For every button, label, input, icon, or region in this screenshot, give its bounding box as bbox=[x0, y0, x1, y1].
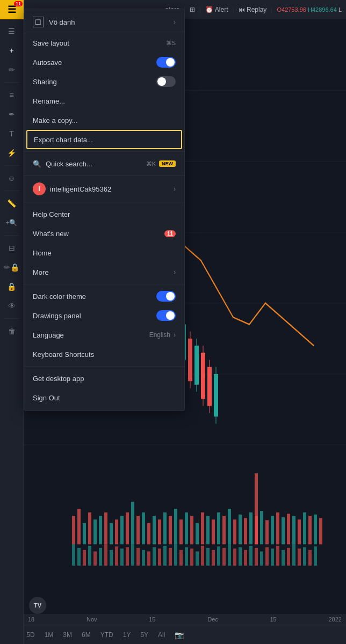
make-copy-item[interactable]: Make a copy... bbox=[24, 111, 184, 130]
help-center-item[interactable]: Help Center bbox=[24, 204, 184, 224]
svg-rect-108 bbox=[115, 546, 118, 566]
svg-rect-72 bbox=[179, 519, 183, 544]
menu-sep-2 bbox=[24, 175, 184, 176]
autosave-item[interactable]: Autosave bbox=[24, 53, 184, 72]
svg-rect-60 bbox=[115, 519, 118, 544]
whats-new-right: 11 bbox=[164, 230, 176, 237]
sidebar-item-eye[interactable]: 👁 bbox=[3, 297, 20, 314]
sidebar-item-ruler[interactable]: 📏 bbox=[3, 195, 20, 212]
sidebar-item-draw[interactable]: ✏ bbox=[3, 61, 20, 78]
high-value: H42896.64 bbox=[308, 6, 337, 13]
whats-new-label: What's new bbox=[33, 230, 164, 238]
svg-rect-136 bbox=[265, 547, 269, 566]
sidebar-item-drawings[interactable]: ✏🔒 bbox=[3, 259, 20, 276]
svg-rect-85 bbox=[249, 513, 253, 544]
svg-rect-58 bbox=[104, 513, 107, 544]
user-item[interactable]: I intelligentCak95362 › bbox=[24, 178, 184, 200]
sidebar-item-pen[interactable]: ✒ bbox=[3, 106, 20, 123]
tf-1y[interactable]: 1Y bbox=[119, 629, 135, 641]
svg-rect-106 bbox=[104, 544, 107, 566]
sidebar-item-menu[interactable]: ☰ bbox=[3, 23, 20, 40]
tf-6m[interactable]: 6M bbox=[77, 629, 95, 641]
low-value: L bbox=[338, 6, 342, 13]
svg-rect-54 bbox=[83, 523, 86, 545]
svg-rect-131 bbox=[239, 547, 242, 566]
svg-rect-56 bbox=[93, 519, 97, 544]
language-item[interactable]: Language English › bbox=[24, 325, 184, 345]
svg-rect-92 bbox=[287, 514, 290, 544]
time-label-15b: 15 bbox=[270, 616, 277, 623]
svg-rect-69 bbox=[163, 513, 167, 544]
tf-ytd[interactable]: YTD bbox=[96, 629, 118, 641]
svg-rect-111 bbox=[131, 544, 134, 566]
svg-rect-61 bbox=[120, 516, 124, 544]
alert-label[interactable]: ⏰ Alert bbox=[205, 6, 228, 13]
sidebar-item-layout[interactable]: ⊟ bbox=[3, 239, 20, 257]
keyboard-shortcuts-item[interactable]: Keyboard Shortcuts bbox=[24, 345, 184, 364]
sidebar-item-lock[interactable]: 🔒 bbox=[3, 278, 20, 295]
svg-rect-94 bbox=[298, 519, 301, 544]
quick-search-item[interactable]: 🔍 Quick search... ⌘K NEW bbox=[24, 154, 184, 173]
grid-icon[interactable]: ⊞ bbox=[190, 6, 195, 13]
sidebar-item-trash[interactable]: 🗑 bbox=[3, 323, 20, 340]
autosave-toggle[interactable] bbox=[156, 57, 176, 68]
tf-all[interactable]: All bbox=[154, 629, 169, 641]
user-avatar: I bbox=[33, 182, 46, 195]
get-desktop-item[interactable]: Get desktop app bbox=[24, 369, 184, 388]
logo[interactable]: ☰ 11 bbox=[0, 0, 24, 19]
home-item[interactable]: Home bbox=[24, 243, 184, 262]
whats-new-item[interactable]: What's new 11 bbox=[24, 224, 184, 243]
dark-theme-item[interactable]: Dark color theme bbox=[24, 287, 184, 306]
sidebar-item-text[interactable]: T bbox=[3, 125, 20, 142]
save-layout-label: Save layout bbox=[33, 39, 166, 47]
drawings-panel-toggle[interactable] bbox=[156, 310, 176, 321]
sidebar-item-patterns[interactable]: ⚡ bbox=[3, 144, 20, 162]
menu-title[interactable]: ☐ Vô danh › bbox=[24, 12, 184, 33]
make-copy-label: Make a copy... bbox=[33, 116, 176, 125]
sidebar-item-zoom[interactable]: +🔍 bbox=[3, 214, 20, 231]
notification-badge: 11 bbox=[14, 1, 23, 6]
sharing-knob bbox=[157, 77, 166, 86]
svg-rect-59 bbox=[110, 523, 113, 545]
svg-rect-82 bbox=[233, 519, 236, 544]
open-value: O42753.96 bbox=[277, 6, 306, 13]
get-desktop-label: Get desktop app bbox=[33, 375, 176, 383]
more-item[interactable]: More › bbox=[24, 262, 184, 282]
sidebar-separator-2 bbox=[4, 165, 19, 166]
svg-rect-90 bbox=[276, 513, 279, 544]
save-layout-item[interactable]: Save layout ⌘S bbox=[24, 33, 184, 53]
svg-rect-103 bbox=[88, 546, 91, 566]
svg-rect-145 bbox=[314, 546, 317, 566]
sharing-label: Sharing bbox=[33, 78, 156, 86]
menu-sep-4 bbox=[24, 284, 184, 284]
svg-rect-91 bbox=[282, 517, 285, 544]
sidebar-item-crosshair[interactable]: + bbox=[3, 42, 20, 59]
svg-rect-73 bbox=[185, 513, 188, 544]
time-label-nov: Nov bbox=[86, 616, 97, 623]
svg-rect-66 bbox=[147, 523, 150, 545]
tf-3m[interactable]: 3M bbox=[59, 629, 76, 641]
drawings-panel-item[interactable]: Drawings panel bbox=[24, 306, 184, 325]
rename-item[interactable]: Rename... bbox=[24, 91, 184, 111]
sidebar-item-emoji[interactable]: ☺ bbox=[3, 170, 20, 187]
svg-rect-76 bbox=[201, 513, 204, 544]
tf-5y[interactable]: 5Y bbox=[136, 629, 153, 641]
dark-theme-toggle[interactable] bbox=[156, 291, 176, 302]
tf-5d[interactable]: 5D bbox=[22, 629, 39, 641]
sign-out-item[interactable]: Sign Out bbox=[24, 388, 184, 407]
replay-label[interactable]: ⏮ Replay bbox=[239, 6, 267, 13]
tf-1m[interactable]: 1M bbox=[40, 629, 58, 641]
sidebar-item-lines[interactable]: ≡ bbox=[3, 86, 20, 104]
svg-rect-89 bbox=[271, 516, 274, 544]
svg-rect-78 bbox=[212, 519, 215, 544]
help-center-label: Help Center bbox=[33, 210, 176, 218]
whats-new-badge: 11 bbox=[164, 230, 176, 237]
sharing-item[interactable]: Sharing bbox=[24, 72, 184, 91]
sharing-toggle[interactable] bbox=[156, 76, 176, 87]
screenshot-icon[interactable]: 📷 bbox=[175, 631, 184, 639]
export-chart-item[interactable]: Export chart data... bbox=[26, 130, 182, 149]
svg-rect-93 bbox=[292, 516, 295, 544]
svg-rect-122 bbox=[190, 548, 193, 566]
autosave-knob bbox=[166, 58, 175, 67]
dark-theme-label: Dark color theme bbox=[33, 292, 156, 301]
